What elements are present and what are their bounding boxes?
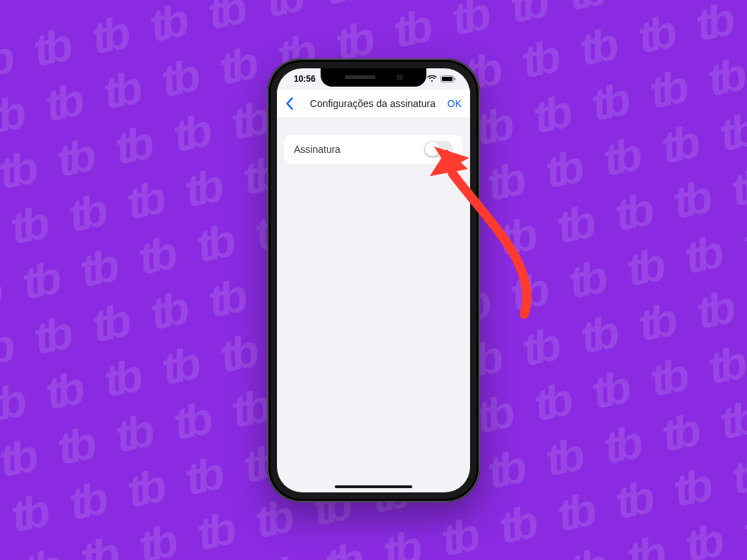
notch-speaker [345,75,376,79]
ok-button[interactable]: OK [447,98,462,109]
settings-content: Assinatura [277,118,470,492]
toggle-knob [425,142,440,156]
svg-rect-1 [442,77,452,81]
signature-row: Assinatura [284,135,463,164]
status-time: 10:56 [294,74,316,84]
phone-screen: 10:56 [277,68,470,492]
status-right-cluster [427,75,456,82]
signature-toggle[interactable] [424,141,453,158]
signature-row-label: Assinatura [294,144,340,155]
phone-notch [321,68,426,87]
svg-rect-2 [455,77,456,80]
battery-icon [440,75,456,82]
back-button[interactable] [285,97,298,110]
notch-camera [397,75,402,80]
chevron-left-icon [285,97,293,110]
wifi-icon [427,75,437,82]
phone-frame: 10:56 [267,58,480,502]
home-indicator[interactable] [335,485,412,488]
background: tbtbtbtbtbtbtbtbtbtbtbtbtbtbtbtbtbtbtbtb… [0,0,747,560]
nav-header: Configurações da assinatura OK [277,89,470,118]
page-title: Configurações da assinatura [301,98,445,109]
